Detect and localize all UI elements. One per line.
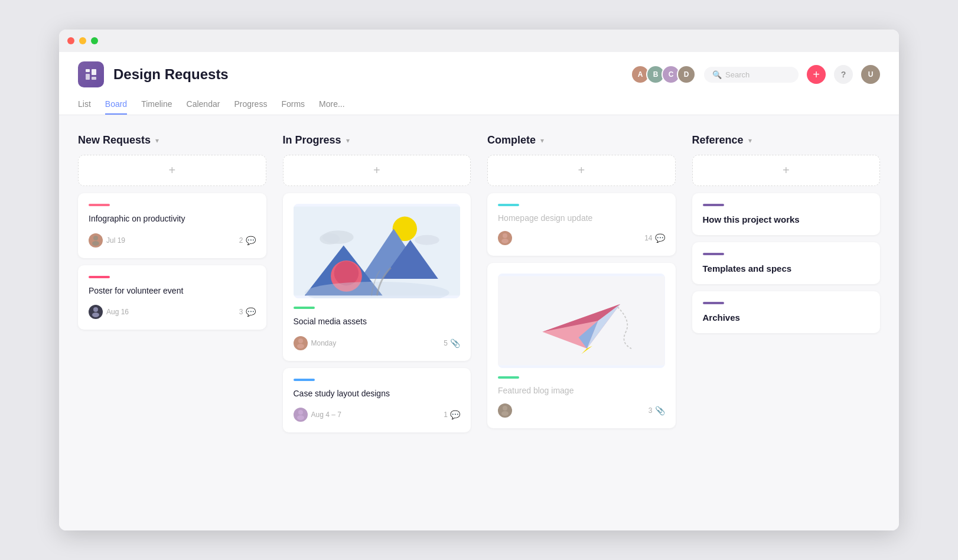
tab-progress[interactable]: Progress bbox=[234, 95, 267, 115]
app-window: Design Requests A B C D 🔍 Search + ? U bbox=[59, 30, 899, 530]
svg-rect-3 bbox=[92, 77, 96, 80]
card-avatar bbox=[498, 403, 512, 418]
chevron-down-icon: ▾ bbox=[155, 136, 159, 145]
maximize-button[interactable] bbox=[91, 37, 98, 44]
column-title-complete: Complete bbox=[487, 134, 536, 146]
svg-point-20 bbox=[297, 344, 304, 349]
ref-title: Archives bbox=[703, 312, 870, 323]
svg-point-31 bbox=[503, 406, 507, 411]
tab-list[interactable]: List bbox=[78, 95, 91, 115]
svg-point-17 bbox=[334, 261, 358, 285]
chevron-down-icon: ▾ bbox=[748, 136, 752, 145]
card-count: 5 bbox=[444, 339, 448, 347]
app-icon bbox=[78, 61, 104, 87]
add-card-button-complete[interactable]: + bbox=[487, 155, 676, 186]
ref-card-templates[interactable]: Templates and specs bbox=[692, 242, 881, 284]
card-count: 14 bbox=[644, 234, 652, 242]
card-title: Social media assets bbox=[294, 316, 461, 328]
card-title: Homepage design update bbox=[498, 213, 665, 223]
ref-card-how-it-works[interactable]: How this project works bbox=[692, 193, 881, 235]
card-poster[interactable]: Poster for volunteer event Aug 16 3 💬 bbox=[78, 265, 266, 330]
card-date: Aug 16 bbox=[106, 308, 129, 316]
card-infographic[interactable]: Infographic on productivity Jul 19 2 💬 bbox=[78, 193, 266, 258]
avatar: D bbox=[677, 65, 696, 84]
ref-accent bbox=[703, 253, 724, 255]
svg-point-32 bbox=[501, 411, 509, 416]
team-avatars: A B C D bbox=[631, 65, 696, 84]
svg-point-24 bbox=[501, 239, 509, 243]
add-button[interactable]: + bbox=[807, 65, 826, 84]
column-in-progress: In Progress ▾ + bbox=[283, 134, 471, 439]
user-avatar[interactable]: U bbox=[861, 65, 880, 84]
card-accent bbox=[498, 204, 519, 206]
card-title: Infographic on productivity bbox=[89, 213, 256, 225]
card-image-mountain bbox=[294, 204, 461, 298]
close-button[interactable] bbox=[67, 37, 74, 44]
ref-card-archives[interactable]: Archives bbox=[692, 291, 881, 333]
svg-rect-0 bbox=[86, 69, 90, 72]
project-title: Design Requests bbox=[113, 66, 229, 83]
card-count: 3 bbox=[649, 406, 653, 415]
minimize-button[interactable] bbox=[79, 37, 86, 44]
svg-point-11 bbox=[320, 233, 340, 245]
column-reference: Reference ▾ + How this project works Tem… bbox=[692, 134, 881, 340]
card-accent bbox=[89, 204, 110, 206]
ref-accent bbox=[703, 204, 724, 206]
card-date: Jul 19 bbox=[106, 236, 125, 245]
comment-icon: 💬 bbox=[450, 410, 460, 419]
ref-accent bbox=[703, 302, 724, 304]
card-count: 3 bbox=[239, 308, 243, 316]
svg-point-5 bbox=[92, 241, 99, 246]
add-card-button-reference[interactable]: + bbox=[692, 155, 881, 186]
help-button[interactable]: ? bbox=[834, 65, 853, 84]
tab-board[interactable]: Board bbox=[105, 95, 127, 115]
svg-point-7 bbox=[92, 312, 99, 317]
nav-tabs: List Board Timeline Calendar Progress Fo… bbox=[78, 95, 880, 115]
card-date: Monday bbox=[311, 339, 337, 347]
column-complete: Complete ▾ + Homepage design update bbox=[487, 134, 676, 435]
svg-point-4 bbox=[93, 236, 98, 240]
search-box[interactable]: 🔍 Search bbox=[704, 67, 799, 83]
card-title: Poster for volunteer event bbox=[89, 285, 256, 297]
add-card-button-in-progress[interactable]: + bbox=[283, 155, 471, 186]
tab-more[interactable]: More... bbox=[319, 95, 345, 115]
card-blog-image[interactable]: Featured blog image 3 📎 bbox=[487, 263, 676, 428]
header: Design Requests A B C D 🔍 Search + ? U bbox=[59, 52, 899, 115]
card-title: Featured blog image bbox=[498, 386, 665, 395]
tab-forms[interactable]: Forms bbox=[281, 95, 305, 115]
add-card-button-new-requests[interactable]: + bbox=[78, 155, 266, 186]
search-icon: 🔍 bbox=[712, 70, 722, 79]
card-accent bbox=[294, 379, 315, 381]
card-title: Case study layout designs bbox=[294, 388, 461, 400]
column-title-reference: Reference bbox=[692, 134, 744, 146]
svg-rect-1 bbox=[86, 74, 90, 80]
tab-calendar[interactable]: Calendar bbox=[187, 95, 220, 115]
card-accent bbox=[89, 276, 110, 278]
card-count: 1 bbox=[444, 411, 448, 419]
attachment-icon: 📎 bbox=[450, 338, 460, 348]
card-date: Aug 4 – 7 bbox=[311, 411, 341, 419]
ref-title: How this project works bbox=[703, 214, 870, 224]
comment-icon: 💬 bbox=[655, 233, 665, 243]
card-count: 2 bbox=[239, 236, 243, 245]
card-avatar bbox=[89, 305, 103, 319]
chevron-down-icon: ▾ bbox=[346, 136, 350, 145]
svg-point-19 bbox=[298, 338, 303, 343]
svg-point-12 bbox=[415, 235, 439, 245]
titlebar bbox=[59, 30, 899, 52]
card-accent bbox=[498, 376, 519, 379]
card-social-media[interactable]: Social media assets Monday 5 📎 bbox=[283, 193, 471, 361]
chevron-down-icon: ▾ bbox=[540, 136, 544, 145]
svg-point-23 bbox=[503, 233, 507, 238]
column-title-in-progress: In Progress bbox=[283, 134, 341, 146]
board-content: New Requests ▾ + Infographic on producti… bbox=[59, 115, 899, 530]
card-case-study[interactable]: Case study layout designs Aug 4 – 7 1 💬 bbox=[283, 368, 471, 433]
column-title-new-requests: New Requests bbox=[78, 134, 151, 146]
card-image-plane bbox=[498, 274, 665, 368]
tab-timeline[interactable]: Timeline bbox=[141, 95, 172, 115]
ref-title: Templates and specs bbox=[703, 263, 870, 274]
card-homepage[interactable]: Homepage design update 14 💬 bbox=[487, 193, 676, 256]
card-accent bbox=[294, 307, 315, 309]
svg-point-6 bbox=[93, 307, 98, 312]
card-avatar bbox=[294, 408, 308, 422]
